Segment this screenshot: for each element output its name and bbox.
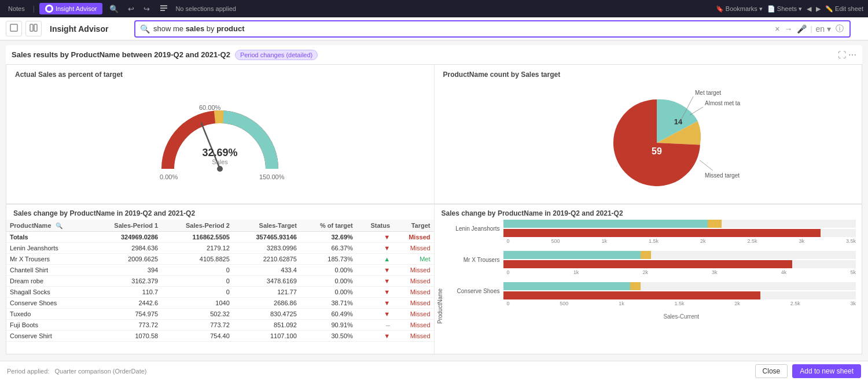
svg-text:Sales: Sales: [212, 158, 228, 165]
row-target: 1107.100: [233, 331, 300, 342]
sheets-icon: 📄: [767, 5, 775, 13]
bar-section: Sales change by ProductName in 2019-Q2 a…: [435, 205, 862, 354]
row-status: Met: [393, 254, 433, 265]
row-p1: 2442.6: [90, 298, 161, 309]
gauge-title: Actual Sales as percent of target: [15, 71, 425, 79]
svg-rect-2: [160, 8, 167, 9]
svg-rect-6: [34, 24, 37, 31]
more-options-btn[interactable]: ⋯: [848, 50, 856, 60]
pie-title: ProductName count by Sales target: [443, 71, 854, 79]
row-p1: 110.7: [90, 287, 161, 298]
add-to-sheet-btn[interactable]: Add to new sheet: [792, 364, 861, 378]
charts-area: Actual Sales as percent of target: [6, 65, 862, 204]
svg-text:Almost met target: Almost met target: [705, 100, 741, 106]
pie-svg: 59 14 Almost met target Met target Misse…: [556, 85, 741, 195]
period-label: Period applied:: [7, 368, 49, 375]
row-name[interactable]: Chantell Shirt: [6, 265, 90, 276]
row-p2: 502.32: [161, 309, 233, 320]
totals-target: 357465.93146: [233, 232, 300, 243]
bookmarks-btn[interactable]: 🔖 Bookmarks ▾: [716, 5, 763, 13]
table-section: Sales change by ProductName in 2019-Q2 a…: [6, 205, 435, 354]
row-status: Missed: [393, 331, 433, 342]
selections-btn[interactable]: [157, 2, 171, 16]
next-sheet-btn[interactable]: ▶: [816, 5, 821, 13]
row-target: 830.4725: [233, 309, 300, 320]
close-btn[interactable]: Close: [755, 364, 788, 378]
footer: Period applied: Quarter comparison (Orde…: [0, 361, 868, 381]
sheets-btn[interactable]: 📄 Sheets ▾: [767, 5, 802, 13]
col-header-pct: % of target: [300, 220, 356, 232]
row-pct: 0.00%: [300, 287, 356, 298]
expand-btn[interactable]: ⛶: [838, 50, 846, 60]
row-name[interactable]: Conserve Shoes: [6, 298, 90, 309]
svg-text:59: 59: [652, 146, 662, 156]
table-row: Tuxedo 754.975 502.32 830.4725 60.49% ▼ …: [6, 309, 434, 320]
row-name[interactable]: Tuxedo: [6, 309, 90, 320]
table-search-icon[interactable]: 🔍: [56, 223, 62, 229]
row-name[interactable]: Shagall Socks: [6, 287, 90, 298]
bar-track-3: [503, 282, 856, 299]
totals-p2: 116862.5505: [161, 232, 233, 243]
col-header-target: Sales-Target: [233, 220, 300, 232]
prev-sheet-btn[interactable]: ◀: [807, 5, 811, 13]
insight-advisor-btn[interactable]: Insight Advisor: [39, 3, 103, 14]
row-p1: 773.72: [90, 320, 161, 331]
layout-single-btn[interactable]: [6, 21, 22, 36]
row-name[interactable]: Fuji Boots: [6, 320, 90, 331]
row-target: 433.4: [233, 265, 300, 276]
col-header-name[interactable]: ProductName 🔍: [6, 220, 90, 232]
lang-btn[interactable]: en ▾: [815, 23, 832, 35]
selections-label: No selections applied: [175, 5, 236, 12]
bar-axis-3: 05001k1.5k2k2.5k3k: [507, 301, 856, 306]
bookmarks-chevron: ▾: [759, 5, 763, 13]
bottom-area: Sales change by ProductName in 2019-Q2 a…: [6, 204, 862, 354]
data-table: ProductName 🔍 Sales-Period 1 Sales-Perio…: [6, 220, 434, 342]
clear-search-btn[interactable]: ×: [774, 23, 781, 35]
notes-btn[interactable]: Notes: [5, 5, 28, 12]
redo-btn[interactable]: ↪: [141, 3, 152, 14]
search-icon-btn[interactable]: 🔍: [107, 3, 121, 14]
row-pct: 0.00%: [300, 276, 356, 287]
svg-point-0: [47, 6, 52, 11]
table-row: Conserve Shirt 1070.58 754.40 1107.100 3…: [6, 331, 434, 342]
row-p2: 773.72: [161, 320, 233, 331]
row-p2: 0: [161, 276, 233, 287]
row-arrow: --: [356, 320, 393, 331]
totals-arrow: ▼: [356, 232, 393, 243]
table-row: Shagall Socks 110.7 0 121.77 0.00% ▼ Mis…: [6, 287, 434, 298]
row-status: Missed: [393, 320, 433, 331]
undo-btn[interactable]: ↩: [126, 3, 137, 14]
search-display: show me sales by product: [153, 24, 771, 33]
row-status: Missed: [393, 265, 433, 276]
row-name[interactable]: Mr X Trousers: [6, 254, 90, 265]
row-p1: 3162.379: [90, 276, 161, 287]
topbar: Notes | Insight Advisor 🔍 ↩ ↪ No selecti…: [0, 0, 868, 17]
table-wrapper[interactable]: ProductName 🔍 Sales-Period 1 Sales-Perio…: [6, 220, 434, 342]
search-actions: × → 🎤 | en ▾ ⓘ: [774, 23, 845, 35]
layout-split-btn[interactable]: [25, 21, 42, 36]
row-pct: 185.73%: [300, 254, 356, 265]
bar-group-2: Mr X Trousers: [446, 251, 856, 275]
result-title: Sales results by ProductName between 201…: [12, 50, 230, 59]
row-name[interactable]: Conserve Shirt: [6, 331, 90, 342]
table-row-totals: Totals 324969.0286 116862.5505 357465.93…: [6, 232, 434, 243]
row-p1: 394: [90, 265, 161, 276]
row-arrow: ▼: [356, 265, 393, 276]
info-btn[interactable]: ⓘ: [834, 23, 845, 35]
bar-group-3: Conserve Shoes: [446, 282, 856, 306]
footer-actions: Close Add to new sheet: [755, 364, 861, 378]
row-name[interactable]: Lenin Jeanshorts: [6, 243, 90, 254]
submit-search-btn[interactable]: →: [783, 23, 793, 35]
svg-rect-3: [160, 10, 165, 11]
row-name[interactable]: Dream robe: [6, 276, 90, 287]
svg-text:60.00%: 60.00%: [199, 104, 221, 111]
bar-axis-1: 05001k1.5k2k2.5k3k3.5k: [507, 238, 856, 244]
svg-text:32.69%: 32.69%: [203, 147, 238, 158]
mic-btn[interactable]: 🎤: [796, 23, 808, 35]
svg-text:150.00%: 150.00%: [259, 173, 285, 180]
topbar-right: 🔖 Bookmarks ▾ 📄 Sheets ▾ ◀ ▶ ✏️ Edit she…: [716, 5, 863, 13]
svg-point-8: [217, 166, 223, 172]
bar-x-label: Sales-Current: [507, 313, 856, 320]
edit-sheet-btn[interactable]: ✏️ Edit sheet: [825, 5, 863, 13]
totals-p1: 324969.0286: [90, 232, 161, 243]
